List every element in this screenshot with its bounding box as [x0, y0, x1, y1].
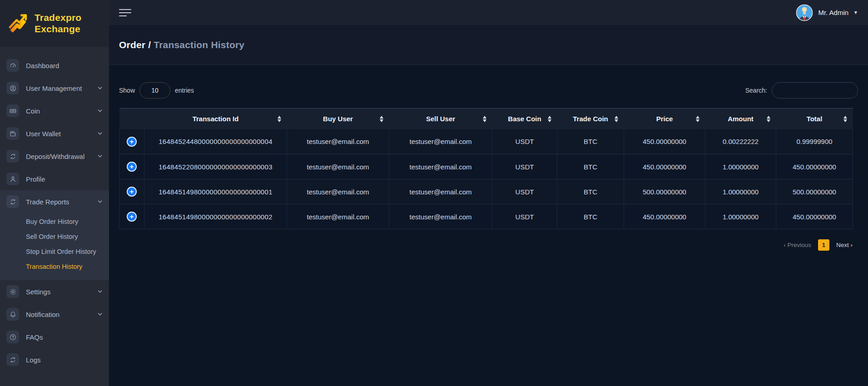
previous-page-button[interactable]: ‹ Previous [784, 242, 811, 248]
cell-expand: + [119, 154, 144, 179]
hamburger-menu-icon[interactable] [119, 9, 131, 16]
chevron-down-icon [97, 153, 103, 159]
search-label: Search: [745, 87, 767, 94]
column-header-amount[interactable]: Amount [705, 109, 776, 129]
brand-logo[interactable]: Tradexpro Exchange [0, 0, 109, 47]
sidebar-item-profile[interactable]: Profile [0, 168, 109, 190]
chevron-down-icon [97, 289, 103, 294]
cell-expand: + [119, 204, 144, 229]
table-body: +16484524480000000000000000004testuser@e… [119, 129, 853, 229]
expand-row-button[interactable]: + [127, 137, 137, 147]
cell-buy_user: testuser@email.com [287, 179, 389, 204]
cell-base_coin: USDT [492, 204, 557, 229]
sidebar-item-label: Profile [26, 175, 45, 183]
column-header-trade_coin[interactable]: Trade Coin [557, 109, 624, 129]
cell-base_coin: USDT [492, 154, 557, 179]
cell-buy_user: testuser@email.com [287, 129, 389, 154]
page-number-button[interactable]: 1 [818, 239, 829, 251]
sync-icon [6, 195, 19, 208]
table-row: +16484514980000000000000000001testuser@e… [119, 179, 853, 204]
sidebar-item-label: FAQs [26, 333, 43, 341]
cell-transaction_id: 16484514980000000000000000002 [144, 204, 287, 229]
sidebar-item-label: Trade Reports [26, 198, 69, 206]
sidebar-item-dashboard[interactable]: Dashboard [0, 54, 109, 77]
cell-total: 450.00000000 [776, 154, 853, 179]
sort-icon[interactable] [696, 116, 699, 122]
sidebar-item-user-wallet[interactable]: User Wallet [0, 122, 109, 145]
cell-trade_coin: BTC [557, 179, 624, 204]
sort-icon[interactable] [278, 116, 281, 122]
brand-arrow-icon [6, 10, 31, 37]
cell-base_coin: USDT [492, 129, 557, 154]
expand-row-button[interactable]: + [127, 162, 137, 172]
table-row: +16484514980000000000000000002testuser@e… [119, 204, 853, 229]
question-icon [6, 331, 19, 343]
sidebar-group-user-wallet: User Wallet [0, 122, 109, 145]
chevron-down-icon [97, 108, 103, 114]
sidebar-item-user-management[interactable]: User Management [0, 77, 109, 99]
sidebar-item-label: User Management [26, 84, 82, 92]
sidebar-item-label: User Wallet [26, 130, 61, 138]
sidebar-group-faqs: FAQs [0, 326, 109, 348]
sort-icon[interactable] [615, 116, 618, 122]
show-label: Show [119, 87, 135, 94]
cell-price: 450.00000000 [624, 204, 705, 229]
user-menu[interactable]: Mr. Admin ▼ [796, 4, 858, 21]
column-header-price[interactable]: Price [624, 109, 705, 129]
sort-icon[interactable] [483, 116, 486, 122]
sidebar-item-label: Deposit/Withdrawal [26, 153, 84, 160]
topbar: Mr. Admin ▼ [109, 0, 868, 25]
cell-total: 0.99999900 [776, 129, 853, 154]
cell-buy_user: testuser@email.com [287, 204, 389, 229]
sidebar-subitem-stop-limit-order-history[interactable]: Stop Limit Order History [26, 244, 109, 259]
sidebar-group-deposit-withdrawal: Deposit/Withdrawal [0, 145, 109, 168]
sidebar-subitem-buy-order-history[interactable]: Buy Order History [26, 214, 109, 229]
sidebar-item-label: Notification [26, 311, 60, 318]
sidebar-item-label: Coin [26, 107, 40, 115]
sidebar-item-label: Settings [26, 288, 50, 296]
entries-select[interactable]: 10 [139, 82, 170, 99]
sort-icon[interactable] [380, 116, 383, 122]
sidebar-item-logs[interactable]: Logs [0, 348, 109, 371]
brand-name: Tradexpro Exchange [35, 12, 81, 35]
sidebar-menu: DashboardUser ManagementCoinUser WalletD… [0, 47, 109, 371]
sidebar-item-deposit-withdrawal[interactable]: Deposit/Withdrawal [0, 145, 109, 168]
sort-icon[interactable] [548, 116, 551, 122]
cell-price: 500.00000000 [624, 179, 705, 204]
sidebar-group-profile: Profile [0, 168, 109, 190]
sidebar-group-settings: Settings [0, 280, 109, 303]
cell-base_coin: USDT [492, 179, 557, 204]
sort-icon[interactable] [767, 116, 770, 122]
column-header-transaction_id[interactable]: Transaction Id [144, 109, 287, 129]
column-header-total[interactable]: Total [776, 109, 853, 129]
cell-total: 450.00000000 [776, 204, 853, 229]
sidebar-group-dashboard: Dashboard [0, 54, 109, 77]
sidebar-item-trade-reports[interactable]: Trade Reports [0, 190, 109, 213]
search-input[interactable] [772, 82, 858, 99]
sidebar-item-faqs[interactable]: FAQs [0, 326, 109, 348]
table-controls: Show 10 entries Search: [119, 82, 858, 99]
sidebar-subitem-sell-order-history[interactable]: Sell Order History [26, 229, 109, 244]
content: Show 10 entries Search: Transaction IdBu… [109, 65, 868, 386]
sidebar-item-coin[interactable]: Coin [0, 99, 109, 122]
expand-row-button[interactable]: + [127, 212, 137, 222]
next-page-button[interactable]: Next › [836, 242, 853, 248]
sidebar-item-settings[interactable]: Settings [0, 280, 109, 303]
expand-row-button[interactable]: + [127, 187, 137, 197]
page-header: Order / Transaction History [109, 25, 868, 65]
column-header-base_coin[interactable]: Base Coin [492, 109, 557, 129]
sidebar-subitem-transaction-history[interactable]: Transaction History [26, 259, 109, 274]
chevron-down-icon [97, 312, 103, 317]
column-header-sell_user[interactable]: Sell User [389, 109, 492, 129]
cell-sell_user: testuser@email.com [389, 204, 492, 229]
person-icon [6, 173, 19, 185]
sidebar-item-notification[interactable]: Notification [0, 303, 109, 326]
column-header-buy_user[interactable]: Buy User [287, 109, 389, 129]
wallet-icon [6, 127, 19, 140]
entries-label: entries [175, 87, 194, 94]
cell-amount: 1.00000000 [705, 154, 776, 179]
sort-icon[interactable] [843, 116, 847, 122]
column-header-control [119, 109, 144, 129]
cell-sell_user: testuser@email.com [389, 179, 492, 204]
cell-price: 450.00000000 [624, 154, 705, 179]
